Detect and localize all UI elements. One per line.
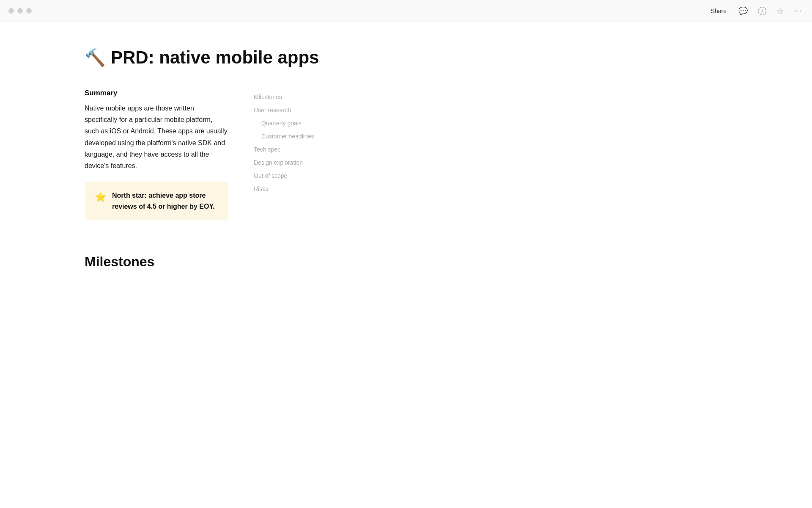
info-icon: i [758,7,766,15]
share-button[interactable]: Share [708,6,730,16]
summary-body: Native mobile apps are those written spe… [85,102,228,171]
page-title: 🔨 PRD: native mobile apps [85,47,347,68]
toc-item-1[interactable]: User research [254,104,347,117]
toc-item-6[interactable]: Out of scope [254,169,347,182]
info-button[interactable]: i [756,5,768,17]
toc-item-7[interactable]: Risks [254,182,347,196]
toc-item-5[interactable]: Design exploration [254,156,347,169]
more-options-button[interactable]: ··· [793,5,804,17]
milestones-heading: Milestones [85,254,347,270]
comment-button[interactable]: 💬 [737,5,749,17]
toc-item-2[interactable]: Quarterly goals [254,117,347,130]
callout-text: North star: achieve app store reviews of… [112,190,218,212]
main-content: 🔨 PRD: native mobile apps Summary Native… [0,22,381,508]
ellipsis-icon: ··· [794,6,802,15]
summary-heading: Summary [85,89,228,97]
comment-icon: 💬 [738,6,748,16]
toc-item-4[interactable]: Tech spec [254,143,347,156]
toc-item-0[interactable]: Milestones [254,91,347,104]
summary-column: Summary Native mobile apps are those wri… [85,89,228,237]
table-of-contents: MilestonesUser researchQuarterly goalsCu… [254,89,347,237]
star-icon: ☆ [776,6,784,16]
page-wrapper: 🔨 PRD: native mobile apps Summary Native… [0,22,812,508]
minimize-button[interactable] [17,8,23,14]
titlebar-actions: Share 💬 i ☆ ··· [708,4,804,18]
favorite-button[interactable]: ☆ [775,4,786,18]
summary-toc-row: Summary Native mobile apps are those wri… [85,89,347,237]
page-title-emoji: 🔨 [85,48,106,68]
callout-box: ⭐ North star: achieve app store reviews … [85,182,228,220]
callout-emoji: ⭐ [95,190,106,204]
titlebar: Share 💬 i ☆ ··· [0,0,812,22]
close-button[interactable] [8,8,14,14]
maximize-button[interactable] [26,8,32,14]
toc-item-3[interactable]: Customer headlines [254,130,347,143]
traffic-lights [8,8,32,14]
page-title-text: PRD: native mobile apps [111,47,319,68]
